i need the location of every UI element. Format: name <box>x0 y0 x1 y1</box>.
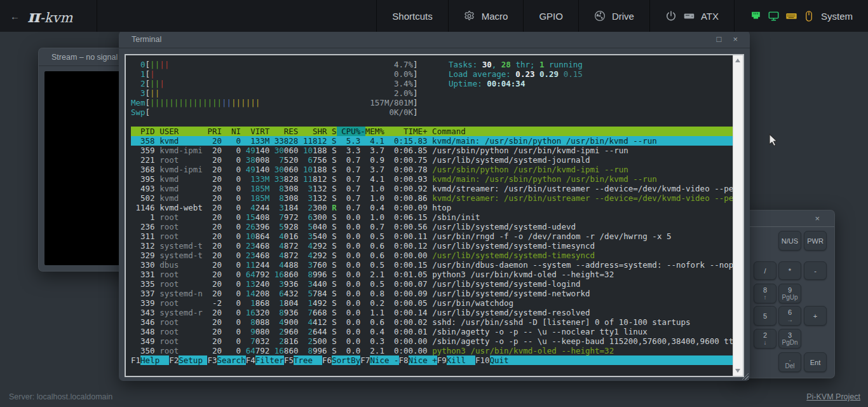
menu-shortcuts[interactable]: Shortcuts <box>376 0 447 32</box>
fnkey-F1[interactable]: F1 <box>131 355 140 365</box>
fnkey-F2[interactable]: F2 <box>169 355 179 365</box>
fnkey-F7[interactable]: F7 <box>360 355 370 365</box>
power-icon <box>665 10 677 22</box>
process-row[interactable]: 1 root 20 0 15408 7972 6300 S 0.0 1.0 0:… <box>131 212 733 222</box>
fnkey-label-F2[interactable]: Setup <box>179 355 207 365</box>
fnkey-label-F4[interactable]: Filter <box>255 355 284 365</box>
key-/[interactable]: / <box>754 261 776 280</box>
terminal-scrollbar[interactable] <box>733 55 743 376</box>
key-2[interactable]: 2↓ <box>754 329 776 348</box>
back-button[interactable]: ← <box>10 11 20 22</box>
key-ent[interactable]: Ent <box>804 352 827 372</box>
terminal-window-title: Terminal <box>132 35 711 44</box>
menu-label: Drive <box>612 11 634 22</box>
menu-label: Shortcuts <box>392 11 432 22</box>
fnkey-label-F6[interactable]: SortBy <box>332 355 360 365</box>
process-row[interactable]: 359 kvmd-ipmi 20 0 49140 30060 10188 S 3… <box>131 146 733 155</box>
process-row[interactable]: 337 systemd-n 20 0 14208 6432 5784 S 0.0… <box>131 289 733 298</box>
process-row[interactable]: 343 systemd-r 20 0 16320 8936 7668 S 0.0… <box>131 308 733 317</box>
key-pwr[interactable]: PWR <box>804 231 827 251</box>
process-row[interactable]: 335 root 20 0 13240 3936 3440 S 0.0 0.5 … <box>131 279 733 289</box>
menu-system[interactable]: System <box>734 0 868 32</box>
htop-function-bar: F1Help F2Setup F3SearchF4FilterF5Tree F6… <box>131 355 733 365</box>
menu-drive[interactable]: Drive <box>578 0 649 32</box>
menu-atx[interactable]: ATX <box>649 0 734 32</box>
htop-output: 0[|||| 4.7%] 1[| 0.0%] 2[||| 3.4%] 3[|| <box>126 55 733 376</box>
htop-table-header[interactable]: PID USER PRI NI VIRT RES SHR S CPU%-MEM%… <box>131 127 733 136</box>
menu-macro[interactable]: Macro <box>448 0 524 32</box>
fnkey-label-F3[interactable]: Search <box>217 355 246 365</box>
menu-gpio[interactable]: GPIO <box>523 0 578 32</box>
nav-menus: ShortcutsMacroGPIODriveATXSystem <box>376 0 868 32</box>
pikvm-logo: π-kvm <box>27 6 72 26</box>
keyboard-icon <box>785 10 797 22</box>
process-row-selected[interactable]: 358 kvmd 20 0 133M 33828 11812 S 5.3 4.1… <box>131 136 733 146</box>
fnkey-label-F9[interactable]: Kill <box>447 355 475 365</box>
process-row[interactable]: 312 systemd-t 20 0 23468 4872 4292 S 0.0… <box>131 241 733 251</box>
fnkey-F10[interactable]: F10 <box>475 355 490 365</box>
process-row[interactable]: 329 systemd-t 20 0 23468 4872 4292 S 0.0… <box>131 251 733 260</box>
process-row[interactable]: 493 kvmd 20 0 185M 8308 3132 S 0.7 1.0 0… <box>131 184 733 193</box>
close-icon[interactable]: × <box>727 34 743 44</box>
key-8[interactable]: 8↑ <box>754 284 776 303</box>
fnkey-F8[interactable]: F8 <box>399 355 409 365</box>
close-icon[interactable]: × <box>809 214 825 223</box>
key-6[interactable]: 6→ <box>778 306 801 326</box>
pikvm-project-link[interactable]: Pi-KVM Project <box>806 392 860 401</box>
monitor-icon <box>768 10 780 22</box>
process-row[interactable]: 348 root 20 0 9080 2960 2644 S 0.0 0.4 0… <box>131 327 733 336</box>
process-row[interactable]: 395 kvmd 20 0 133M 33828 11812 S 0.7 4.1… <box>131 174 733 184</box>
meter-2: 2[||| 3.4%] <box>131 79 733 88</box>
logo-section: ← π-kvm <box>0 0 97 32</box>
key-+[interactable]: + <box>804 306 827 326</box>
maximize-icon[interactable]: □ <box>711 34 728 44</box>
meter-0: 0[|||| 4.7%] <box>131 60 733 69</box>
server-icon <box>683 10 695 22</box>
key-5[interactable]: 5 <box>754 306 776 326</box>
key-.[interactable]: .Del <box>778 352 801 372</box>
meter-3: 3[|| 2.0%] <box>131 88 733 98</box>
menu-label: ATX <box>701 11 719 22</box>
fnkey-F5[interactable]: F5 <box>284 355 294 365</box>
key-3[interactable]: 3PgDn <box>778 329 801 348</box>
ethernet-icon <box>750 10 762 22</box>
meter-1: 1[| 0.0%] <box>131 69 733 79</box>
process-row[interactable]: 339 root -2 0 1868 1804 1492 S 0.0 0.2 0… <box>131 298 733 308</box>
key--[interactable]: - <box>804 261 827 280</box>
fnkey-label-F1[interactable]: Help <box>140 355 169 365</box>
terminal-content[interactable]: 0[|||| 4.7%] 1[| 0.0%] 2[||| 3.4%] 3[|| <box>125 54 744 377</box>
mouse-icon <box>803 10 815 22</box>
process-row[interactable]: 502 kvmd 20 0 185M 8308 3132 S 0.7 1.0 0… <box>131 193 733 203</box>
fnkey-label-F7[interactable]: Nice - <box>370 355 398 365</box>
process-row[interactable]: 1146 kvmd-webt 20 0 4244 3184 2300 R 0.7… <box>131 203 733 212</box>
process-row[interactable]: 330 dbus 20 0 11244 4488 3760 S 0.0 0.5 … <box>131 260 733 270</box>
menu-label: GPIO <box>539 11 563 22</box>
process-row[interactable]: 368 kvmd-ipmi 20 0 49140 30060 10188 S 0… <box>131 165 733 174</box>
menu-label: System <box>821 11 853 22</box>
process-row[interactable]: 346 root 20 0 8088 4900 4412 S 0.0 0.6 0… <box>131 317 733 327</box>
sort-column-cpu[interactable]: CPU%- <box>337 127 365 136</box>
process-row[interactable]: 331 root 20 0 64792 16860 8996 S 0.0 2.1… <box>131 270 733 279</box>
process-row[interactable]: 236 root 20 0 26396 5928 5040 S 0.0 0.7 … <box>131 222 733 231</box>
process-row[interactable]: 350 root 20 0 64792 16860 8996 S 0.0 2.1… <box>131 346 733 355</box>
key-n/us[interactable]: N/US <box>778 231 801 251</box>
fnkey-F9[interactable]: F9 <box>437 355 447 365</box>
mouse-cursor <box>769 134 779 150</box>
process-row[interactable]: 311 root 20 0 10864 4016 3540 S 0.0 0.5 … <box>131 231 733 241</box>
terminal-window: Terminal □ × 0[|||| 4.7%] 1[| 0.0%] 2[||… <box>119 31 750 381</box>
fnkey-F6[interactable]: F6 <box>322 355 332 365</box>
fnkey-label-F8[interactable]: Nice + <box>409 355 437 365</box>
nav-spacer <box>97 0 376 32</box>
fnkey-label-F10[interactable]: Quit <box>490 355 519 365</box>
key-*[interactable]: * <box>778 261 801 280</box>
meter-Swp: Swp[ 0K/0K] <box>131 107 733 117</box>
fnkey-F3[interactable]: F3 <box>207 355 217 365</box>
fnkey-label-F5[interactable]: Tree <box>294 355 322 365</box>
process-row[interactable]: 221 root 20 0 38008 7520 6756 S 0.7 0.9 … <box>131 155 733 165</box>
logo-rest: -kvm <box>40 10 73 25</box>
htop-summary: Tasks: 30, 28 thr; 1 runningLoad average… <box>449 60 583 88</box>
key-9[interactable]: 9PgUp <box>778 284 801 303</box>
process-row[interactable]: 349 root 20 0 7032 2816 2500 S 0.0 0.3 0… <box>131 336 733 346</box>
logo-pi: π <box>27 6 40 26</box>
fnkey-F4[interactable]: F4 <box>246 355 255 365</box>
